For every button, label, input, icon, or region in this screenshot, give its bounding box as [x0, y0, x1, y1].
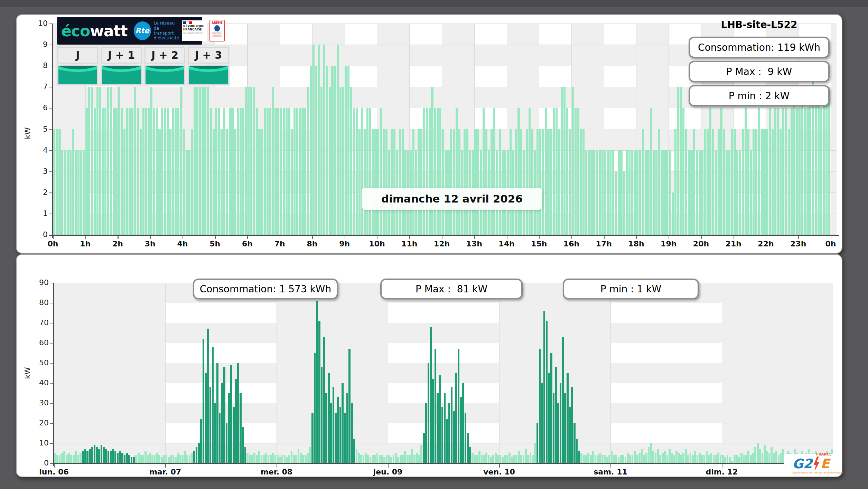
bar	[580, 453, 582, 463]
bar	[366, 108, 368, 235]
bar	[85, 108, 87, 235]
bar	[342, 383, 344, 463]
daily-y-tick-label: 5	[32, 125, 48, 133]
bar	[672, 192, 674, 235]
bar	[58, 129, 60, 235]
weekly-y-ticks	[50, 283, 53, 464]
bar	[437, 108, 439, 235]
bar	[210, 108, 212, 235]
bar	[585, 455, 587, 463]
weekly-chart-plot-area[interactable]	[54, 283, 833, 463]
bar	[412, 129, 414, 235]
bar	[437, 393, 439, 463]
weekly-y-tick-label: 30	[33, 398, 49, 407]
ademe-text: ADEME	[211, 21, 223, 25]
bar	[720, 108, 722, 235]
bar	[102, 108, 104, 235]
bar	[731, 129, 733, 235]
bar	[596, 150, 598, 235]
weekly-y-axis-line	[53, 283, 54, 466]
bar	[595, 455, 597, 463]
bar	[492, 455, 494, 463]
bar	[293, 108, 296, 235]
bar	[334, 66, 336, 235]
bar	[318, 321, 320, 463]
bar	[88, 87, 90, 235]
bar	[315, 66, 317, 235]
bar	[631, 150, 633, 235]
bar	[743, 455, 745, 463]
bar	[169, 129, 171, 235]
ecowatt-logo: écowatt	[61, 22, 128, 40]
bar	[301, 108, 304, 235]
bar	[177, 108, 179, 235]
daily-y-tick-label: 0	[32, 230, 48, 239]
bar	[113, 108, 115, 235]
weekly-y-tick-label: 20	[33, 419, 49, 427]
bar	[642, 129, 644, 235]
bar	[476, 455, 478, 463]
bar	[418, 129, 420, 235]
bar	[782, 108, 784, 235]
bar	[280, 108, 282, 235]
bar	[207, 329, 209, 463]
daily-ylabel: kW	[23, 127, 32, 139]
bar	[439, 375, 441, 463]
bar	[134, 87, 136, 235]
bar	[613, 455, 615, 463]
bar	[575, 108, 577, 235]
bar	[531, 129, 533, 235]
bar	[601, 455, 604, 463]
bar	[288, 455, 290, 463]
bar	[281, 455, 283, 463]
bar	[772, 129, 774, 235]
republique-text: RÉPUBLIQUE FRANÇAISE	[183, 25, 205, 31]
bar	[244, 447, 246, 463]
date-label: dimanche 12 avril 2026	[362, 188, 542, 210]
bar	[515, 455, 517, 463]
bar	[86, 451, 88, 463]
bar	[750, 150, 752, 235]
bar	[158, 129, 160, 235]
bar	[734, 129, 736, 235]
bar	[361, 108, 363, 235]
bar	[379, 455, 381, 463]
bar	[809, 87, 811, 235]
bar	[325, 393, 327, 463]
bar	[381, 455, 383, 463]
bar	[402, 129, 404, 235]
tab-day-j-plus-2[interactable]: J + 2	[144, 47, 185, 85]
bar	[253, 453, 255, 463]
bar	[477, 129, 479, 235]
bar	[569, 129, 571, 235]
bar	[582, 129, 585, 235]
tab-day-j-plus-1[interactable]: J + 1	[101, 47, 142, 85]
bar	[747, 129, 749, 235]
bar	[688, 150, 690, 235]
daily-y-tick-label: 4	[32, 146, 48, 154]
bar	[229, 108, 231, 235]
bar	[474, 455, 476, 463]
bar	[223, 367, 225, 463]
bar	[497, 455, 499, 463]
daily-x-ticks	[53, 236, 837, 239]
bar	[118, 87, 120, 235]
bar	[623, 171, 625, 235]
bar	[291, 129, 293, 235]
bar	[523, 455, 525, 463]
bar	[755, 129, 757, 235]
bar	[604, 455, 606, 463]
bar	[577, 108, 579, 235]
tab-day-j-plus-3[interactable]: J + 3	[188, 47, 229, 85]
bar	[358, 129, 361, 235]
ecowatt-forecast-thumbnail	[188, 65, 229, 85]
bar	[766, 129, 768, 235]
bar	[597, 455, 599, 463]
bar	[652, 451, 654, 463]
bar	[561, 87, 563, 235]
bar	[219, 413, 221, 463]
bar	[358, 453, 360, 463]
bar	[188, 150, 190, 235]
bar	[510, 129, 512, 235]
tab-day-j[interactable]: J	[57, 47, 98, 85]
